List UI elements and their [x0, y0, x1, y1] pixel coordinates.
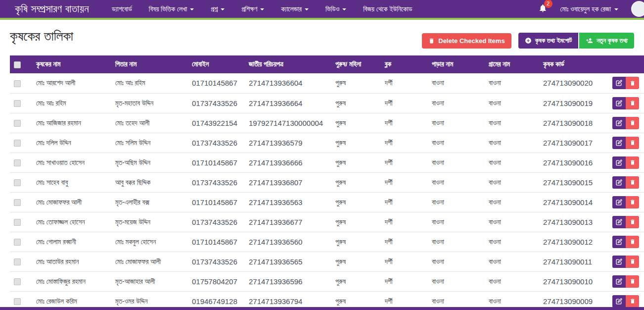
cell-farmer-name: মোঃ মোজাফফর আলী: [32, 192, 111, 212]
edit-button[interactable]: [612, 295, 626, 308]
edit-button[interactable]: [612, 196, 626, 208]
cell-village-name: বাওনা: [485, 73, 539, 93]
brand-logo[interactable]: কৃষি সম্প্রসারণ বাতায়ন: [15, 3, 89, 15]
cell-village-name: বাওনা: [485, 192, 539, 212]
farmer-table-body: মোঃ আরশেদ আলী মোঃ আঃ রহিম 01710145867 27…: [10, 73, 644, 310]
new-farmer-button[interactable]: নতুন কৃষক তথ্য: [579, 33, 634, 49]
row-checkbox[interactable]: [14, 80, 21, 87]
nav-item-calendar[interactable]: ক্যালেন্ডার: [281, 5, 309, 13]
row-checkbox[interactable]: [14, 100, 21, 107]
cell-farmer-card: 274713090019: [539, 93, 608, 113]
delete-button[interactable]: [626, 275, 639, 288]
row-checkbox[interactable]: [14, 278, 21, 285]
edit-button[interactable]: [612, 156, 626, 169]
edit-button[interactable]: [612, 137, 626, 149]
row-actions: [612, 137, 640, 149]
delete-button[interactable]: [626, 216, 639, 228]
edit-icon: [616, 278, 622, 285]
row-checkbox[interactable]: [14, 239, 21, 246]
col-farmer-name: কৃষকের নাম: [32, 55, 111, 73]
cell-farmer-card: 274713090018: [539, 113, 608, 133]
delete-button[interactable]: [626, 77, 639, 89]
nav-item-bijoy-to-unicode[interactable]: বিজয় থেকে ইউনিকোড: [363, 5, 412, 13]
col-gender: পুরুষ/ মহিলা: [331, 55, 381, 73]
trash-icon: [630, 278, 636, 284]
edit-icon: [616, 199, 622, 206]
delete-button[interactable]: [626, 156, 639, 169]
cell-farmer-name: মোঃ মোস্তাফিজুর রহমান: [32, 271, 111, 291]
row-checkbox[interactable]: [14, 140, 21, 147]
edit-icon: [616, 100, 622, 106]
cell-national-id: 2714713936596: [245, 271, 331, 291]
col-block: ব্লক: [381, 55, 428, 73]
edit-button[interactable]: [612, 97, 626, 109]
cell-farmer-name: মোঃ তোফাজ্জল হোসেন: [32, 212, 111, 232]
delete-button[interactable]: [626, 137, 639, 149]
trash-icon: [630, 120, 636, 126]
nav-item-dashboard[interactable]: ড্যাশবোর্ড: [112, 5, 132, 13]
nav-item-training[interactable]: প্রশিক্ষণ: [241, 5, 264, 13]
delete-button[interactable]: [626, 117, 639, 129]
cell-para-name: বাওনা: [428, 113, 485, 133]
col-farmer-card: কৃষক কার্ড: [539, 55, 608, 73]
nav-item-video[interactable]: ভিডিও: [325, 5, 346, 13]
chevron-down-icon: [190, 8, 194, 10]
cell-farmer-card: 274713090010: [539, 271, 608, 291]
nav-item-topic-articles[interactable]: বিষয় ভিত্তিক লেখা: [149, 5, 194, 13]
row-checkbox[interactable]: [14, 219, 21, 226]
edit-button[interactable]: [612, 256, 626, 268]
edit-button[interactable]: [612, 176, 626, 189]
trash-icon: [630, 100, 636, 106]
row-checkbox[interactable]: [14, 258, 21, 265]
cell-block: দর্শী: [381, 133, 428, 153]
edit-icon: [616, 120, 622, 126]
col-actions: [608, 55, 644, 73]
select-all-checkbox[interactable]: [14, 61, 21, 68]
cell-village-name: বাওনা: [485, 93, 539, 113]
row-actions: [612, 295, 640, 308]
edit-button[interactable]: [612, 77, 626, 89]
delete-button[interactable]: [626, 236, 639, 248]
row-checkbox[interactable]: [14, 199, 21, 206]
page-header: কৃষকের তালিকা Delete Checked Items কৃষক …: [0, 20, 644, 55]
delete-button[interactable]: [626, 176, 639, 189]
import-farmer-data-button[interactable]: কৃষক তথ্য ইমপোর্ট: [518, 33, 579, 49]
cell-father-name: মৃত-আজাহার আলী: [111, 271, 188, 291]
cell-mobile: 01710145867: [188, 73, 245, 93]
table-row: মোঃ গোলাম রব্বানী মোঃ মকবুল হোসেন 017101…: [10, 232, 644, 252]
row-actions: [612, 97, 640, 109]
table-row: মোঃ তোফাজ্জল হোসেন মৃত-ময়েজ উদ্দিন 0173…: [10, 212, 644, 232]
edit-icon: [616, 219, 622, 225]
cell-gender: পুরুষ: [331, 192, 381, 212]
nav-item-questions[interactable]: প্রশ্ন: [211, 5, 225, 13]
toolbar-button-group: কৃষক তথ্য ইমপোর্ট নতুন কৃষক তথ্য: [518, 33, 634, 49]
edit-button[interactable]: [612, 117, 626, 129]
notifications-button[interactable]: 2: [538, 3, 548, 15]
row-checkbox[interactable]: [14, 179, 21, 186]
row-checkbox[interactable]: [14, 159, 21, 166]
delete-checked-button[interactable]: Delete Checked Items: [422, 33, 511, 49]
table-row: মোঃ আঃ রহিম মৃত-মহাতাব উদ্দিন 0173743352…: [10, 93, 644, 113]
user-menu[interactable]: মোঃ ওবায়েদুল হক রেজা: [560, 5, 618, 13]
avatar[interactable]: [631, 1, 644, 17]
trash-icon: [630, 298, 636, 304]
row-checkbox[interactable]: [14, 120, 21, 127]
edit-button[interactable]: [612, 236, 626, 248]
row-checkbox[interactable]: [14, 298, 21, 305]
trash-icon: [630, 239, 636, 245]
delete-button[interactable]: [626, 97, 639, 109]
toolbar: Delete Checked Items কৃষক তথ্য ইমপোর্ট ন…: [422, 33, 634, 49]
delete-button[interactable]: [626, 256, 639, 268]
trash-icon: [630, 179, 636, 185]
table-row: মোঃ আতাউর রহমান মোঃ মোজাফফর আলী 01737433…: [10, 252, 644, 271]
cell-para-name: বাওনা: [428, 212, 485, 232]
delete-button[interactable]: [626, 196, 639, 208]
trash-icon: [630, 199, 636, 205]
farmer-table: কৃষকের নাম পিতার নাম মোবাইল জাতীয় পরিচয…: [10, 55, 644, 310]
delete-button[interactable]: [626, 295, 639, 308]
row-actions: [612, 216, 640, 228]
edit-button[interactable]: [612, 216, 626, 228]
cell-para-name: বাওনা: [428, 133, 485, 153]
cell-mobile: 01743922154: [188, 113, 245, 133]
edit-button[interactable]: [612, 275, 626, 288]
